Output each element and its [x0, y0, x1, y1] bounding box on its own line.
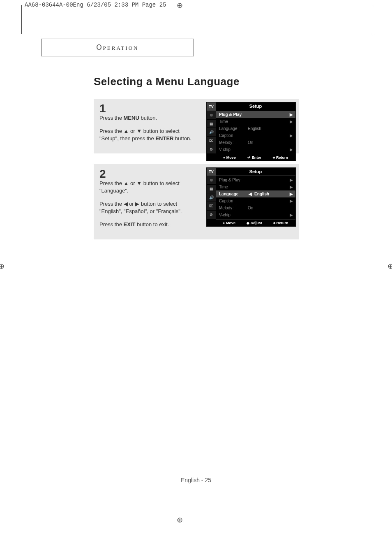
- menu1-row-value: English: [248, 126, 289, 131]
- step1-p2b: ENTER: [155, 135, 173, 142]
- menu2-row-label: Melody :: [219, 206, 248, 210]
- page-footer: English - 25: [0, 477, 392, 483]
- crop-bracket-left: [21, 5, 22, 34]
- step-1-block: 1 Press the MENU button. Press the ▲ or …: [94, 99, 299, 153]
- crop-bracket-right: [372, 5, 372, 34]
- chevron-right-icon: ▶: [289, 178, 293, 182]
- sound-icon: 🔊: [207, 193, 216, 202]
- menu2-row-label: Caption: [219, 199, 248, 203]
- step1-p2c: button.: [174, 135, 191, 142]
- step2-p3a: Press the: [99, 221, 124, 227]
- chevron-right-icon: ▶: [289, 112, 293, 117]
- chevron-left-icon: ◀: [248, 192, 252, 196]
- step2-p1: Press the ▲ or ▼ button to select "Langu…: [99, 180, 194, 195]
- menu1-row-time[interactable]: Time ▶: [216, 118, 295, 125]
- menu1-row-label: Plug & Play: [219, 112, 248, 117]
- footer-move: Move: [226, 221, 235, 225]
- updown-icon: ♦: [223, 221, 225, 225]
- menu2-row-value: On: [248, 206, 289, 210]
- return-icon: ⎆: [273, 155, 275, 160]
- tv-menu-2: TV ⎚ ▦ 🔊 ⌧ ⚙ Setup Plug & Play ▶ Time ▶: [206, 167, 296, 227]
- chevron-right-icon: ▶: [289, 147, 293, 152]
- menu1-row-label: Caption: [219, 133, 248, 138]
- tv-menu-1-footer: ♦Move ↵Enter ⎆Return: [216, 154, 295, 161]
- channel-icon: ⌧: [207, 137, 216, 145]
- menu2-row-language[interactable]: Language ◀ English ▶: [216, 190, 295, 197]
- footer-return: Return: [277, 221, 288, 225]
- top-crop-mark: ⊕: [177, 1, 183, 10]
- menu1-row-value: On: [248, 140, 289, 145]
- chevron-right-icon: ▶: [289, 192, 293, 196]
- menu1-row-caption[interactable]: Caption ▶: [216, 132, 295, 139]
- chevron-right-icon: ▶: [289, 199, 293, 203]
- step-1-text: Press the MENU button. Press the ▲ or ▼ …: [99, 114, 194, 143]
- section-title: Operation: [41, 39, 194, 56]
- chevron-right-icon: ▶: [289, 213, 293, 217]
- menu1-row-label: Time: [219, 119, 248, 124]
- chevron-right-icon: ▶: [289, 133, 293, 138]
- menu2-row-melody[interactable]: Melody : On: [216, 204, 295, 211]
- input-icon: ⎚: [207, 176, 216, 185]
- right-crop-mark: ⊕: [387, 262, 392, 271]
- menu2-row-vchip[interactable]: V-chip ▶: [216, 211, 295, 218]
- setup-icon: ⚙: [207, 145, 216, 154]
- step2-p3b: EXIT: [124, 221, 136, 227]
- footer-return: Return: [276, 155, 288, 160]
- tv-menu-2-iconbar: TV ⎚ ▦ 🔊 ⌧ ⚙: [207, 168, 216, 219]
- bottom-crop-mark: ⊕: [177, 515, 183, 524]
- sound-icon: 🔊: [207, 128, 216, 137]
- menu1-row-plugplay[interactable]: Plug & Play ▶: [216, 111, 295, 118]
- menu1-row-label: Language :: [219, 126, 248, 131]
- step1-p1b: MENU: [124, 115, 139, 121]
- menu2-row-value: English: [254, 192, 289, 196]
- updown-icon: ♦: [223, 155, 225, 160]
- setup-icon: ⚙: [207, 211, 216, 219]
- tv-menu-2-list: Plug & Play ▶ Time ▶ Language ◀ English …: [216, 176, 295, 219]
- step2-p3c: button to exit.: [135, 221, 169, 227]
- tv-label-icon: TV: [207, 102, 216, 111]
- leftright-icon: ◆: [247, 221, 249, 225]
- tv-menu-1: TV ⎚ ▦ 🔊 ⌧ ⚙ Setup Plug & Play ▶ Time ▶: [206, 102, 296, 161]
- footer-adjust: Adjust: [251, 221, 262, 225]
- step1-p1c: button.: [139, 115, 157, 121]
- menu1-row-label: Melody :: [219, 140, 248, 145]
- tv-menu-2-footer: ♦Move ◆Adjust ⎆Return: [216, 219, 295, 226]
- menu1-row-vchip[interactable]: V-chip ▶: [216, 146, 295, 153]
- footer-enter: Enter: [252, 155, 261, 160]
- step2-p2: Press the ◀ or ▶ button to select "Engli…: [99, 200, 194, 215]
- menu1-row-label: V-chip: [219, 147, 248, 152]
- return-icon: ⎆: [273, 221, 275, 225]
- menu2-row-label: Time: [219, 185, 248, 189]
- menu2-row-caption[interactable]: Caption ▶: [216, 197, 295, 204]
- menu2-row-label: V-chip: [219, 213, 248, 217]
- tv-menu-1-list: Plug & Play ▶ Time ▶ Language : English …: [216, 110, 295, 154]
- tv-label-icon: TV: [207, 168, 216, 176]
- picture-icon: ▦: [207, 185, 216, 193]
- step-2-text: Press the ▲ or ▼ button to select "Langu…: [99, 180, 194, 229]
- menu2-row-time[interactable]: Time ▶: [216, 183, 295, 190]
- chevron-right-icon: ▶: [289, 119, 293, 124]
- input-icon: ⎚: [207, 111, 216, 120]
- chevron-right-icon: ▶: [289, 185, 293, 189]
- picture-icon: ▦: [207, 120, 216, 128]
- step-2-block: 2 Press the ▲ or ▼ button to select "Lan…: [94, 164, 299, 239]
- page-title: Selecting a Menu Language: [94, 75, 360, 88]
- tv-menu-1-title: Setup: [216, 102, 295, 110]
- left-crop-mark: ⊕: [0, 262, 5, 271]
- print-header: AA68-03644A-00Eng 6/23/05 2:33 PM Page 2…: [25, 2, 166, 8]
- tv-menu-1-iconbar: TV ⎚ ▦ 🔊 ⌧ ⚙: [207, 102, 216, 154]
- menu2-row-label: Language: [219, 192, 248, 196]
- footer-move: Move: [226, 155, 236, 160]
- step1-p1a: Press the: [99, 115, 124, 121]
- menu2-row-label: Plug & Play: [219, 178, 248, 182]
- menu2-row-plugplay[interactable]: Plug & Play ▶: [216, 176, 295, 183]
- page-body: Operation Selecting a Menu Language 1 Pr…: [41, 39, 360, 239]
- menu1-row-language[interactable]: Language : English: [216, 125, 295, 132]
- tv-menu-2-title: Setup: [216, 168, 295, 176]
- enter-icon: ↵: [247, 155, 251, 160]
- menu1-row-melody[interactable]: Melody : On: [216, 139, 295, 146]
- channel-icon: ⌧: [207, 202, 216, 211]
